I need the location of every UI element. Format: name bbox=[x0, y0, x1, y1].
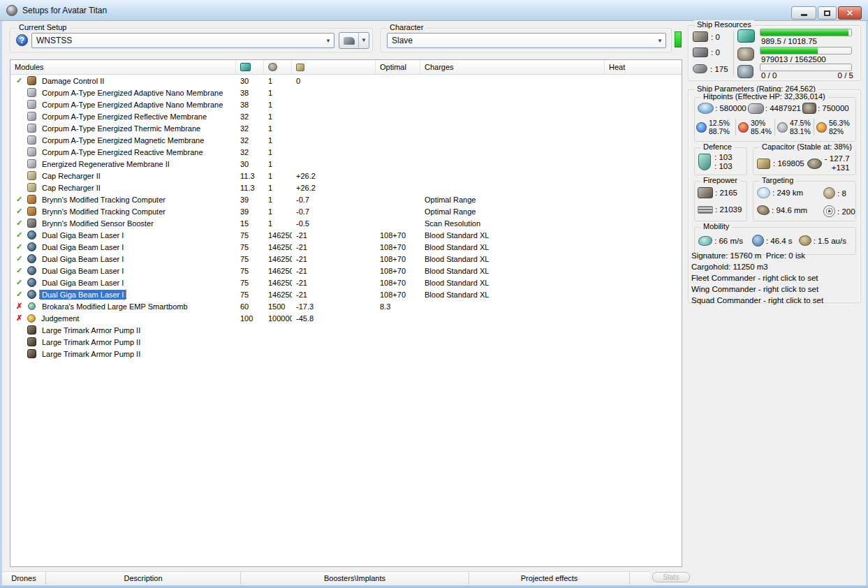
chevron-down-icon[interactable] bbox=[654, 38, 665, 44]
module-row[interactable]: Corpum A-Type Energized Adaptive Nano Me… bbox=[10, 87, 682, 98]
module-row[interactable]: Large Trimark Armor Pump II bbox=[10, 324, 682, 336]
module-row[interactable]: Corpum A-Type Energized Magnetic Membran… bbox=[10, 134, 682, 146]
help-icon[interactable] bbox=[16, 34, 28, 46]
chevron-down-icon[interactable] bbox=[359, 33, 369, 48]
setup-select[interactable]: WNSTSS bbox=[31, 33, 334, 48]
module-name[interactable]: Large Trimark Armor Pump II bbox=[40, 337, 142, 347]
module-name-cell[interactable]: ✗Judgement bbox=[10, 314, 236, 323]
module-name[interactable]: Judgement bbox=[39, 314, 81, 323]
module-name-cell[interactable]: Corpum A-Type Energized Magnetic Membran… bbox=[10, 135, 236, 145]
minimize-button[interactable] bbox=[791, 6, 816, 20]
module-row[interactable]: Cap Recharger II11.31+26.2 bbox=[10, 182, 682, 193]
fleet-commander-text[interactable]: Fleet Commander - right click to set bbox=[691, 272, 863, 284]
module-name[interactable]: Cap Recharger II bbox=[40, 171, 103, 181]
online-check-icon[interactable]: ✓ bbox=[16, 290, 27, 299]
module-row[interactable]: ✓Dual Giga Beam Laser I75146250-21108+70… bbox=[10, 277, 682, 288]
module-name[interactable]: Brynn's Modified Sensor Booster bbox=[40, 219, 156, 228]
module-name[interactable]: Dual Giga Beam Laser I bbox=[40, 254, 126, 264]
module-row[interactable]: ✓Damage Control II3010 bbox=[10, 75, 682, 87]
module-name-cell[interactable]: Large Trimark Armor Pump II bbox=[10, 349, 236, 359]
stats-button[interactable]: Stats bbox=[652, 572, 690, 582]
module-name[interactable]: Dual Giga Beam Laser I bbox=[40, 230, 126, 240]
module-name[interactable]: Dual Giga Beam Laser I bbox=[40, 242, 126, 252]
module-name-cell[interactable]: ✓Dual Giga Beam Laser I bbox=[10, 278, 236, 288]
module-row[interactable]: ✓Dual Giga Beam Laser I75146250-21108+70… bbox=[10, 229, 682, 241]
module-row[interactable]: ✓Dual Giga Beam Laser I75146250-21108+70… bbox=[10, 265, 682, 277]
column-header-cpu[interactable] bbox=[236, 60, 264, 74]
online-check-icon[interactable]: ✓ bbox=[16, 266, 27, 275]
squad-commander-text[interactable]: Squad Commander - right click to set bbox=[691, 295, 863, 306]
character-select[interactable]: Slave bbox=[387, 33, 666, 48]
module-row[interactable]: ✗Judgement100100000-45.8 bbox=[10, 312, 682, 324]
ship-icon[interactable] bbox=[339, 33, 359, 48]
column-header-modules[interactable]: Modules bbox=[10, 60, 236, 74]
module-name[interactable]: Brynn's Modified Tracking Computer bbox=[40, 207, 168, 216]
module-row[interactable]: Corpum A-Type Energized Thermic Membrane… bbox=[10, 122, 682, 134]
module-name-cell[interactable]: Corpum A-Type Energized Thermic Membrane bbox=[10, 124, 236, 133]
module-row[interactable]: Corpum A-Type Energized Reflective Membr… bbox=[10, 110, 682, 122]
module-name-cell[interactable]: Corpum A-Type Energized Reactive Membran… bbox=[10, 147, 236, 157]
online-check-icon[interactable]: ✓ bbox=[16, 195, 27, 204]
module-name-cell[interactable]: ✗Brokara's Modified Large EMP Smartbomb bbox=[10, 302, 236, 311]
module-name[interactable]: Corpum A-Type Energized Reflective Membr… bbox=[40, 112, 209, 122]
wing-commander-text[interactable]: Wing Commander - right click to set bbox=[691, 284, 863, 295]
module-name-cell[interactable]: Large Trimark Armor Pump II bbox=[10, 325, 236, 335]
module-name[interactable]: Cap Recharger II bbox=[40, 183, 103, 193]
offline-x-icon[interactable]: ✗ bbox=[16, 302, 27, 311]
module-name-cell[interactable]: Large Trimark Armor Pump II bbox=[10, 337, 236, 347]
online-check-icon[interactable]: ✓ bbox=[16, 230, 27, 240]
module-row[interactable]: Corpum A-Type Energized Reactive Membran… bbox=[10, 146, 682, 158]
tab-boosters-implants[interactable]: Boosters\Implants bbox=[241, 572, 469, 585]
module-name-cell[interactable]: Cap Recharger II bbox=[10, 171, 236, 181]
module-name-cell[interactable]: Corpum A-Type Energized Adaptive Nano Me… bbox=[10, 88, 236, 98]
titlebar[interactable]: Setups for Avatar Titan ✕ bbox=[0, 0, 868, 21]
column-header-heat[interactable]: Heat bbox=[605, 60, 682, 74]
online-check-icon[interactable]: ✓ bbox=[16, 254, 27, 263]
tab-projected-effects[interactable]: Projected effects bbox=[469, 572, 630, 585]
module-name-cell[interactable]: ✓Brynn's Modified Tracking Computer bbox=[10, 195, 236, 205]
module-name[interactable]: Large Trimark Armor Pump II bbox=[40, 349, 142, 359]
module-row[interactable]: Energized Regenerative Membrane II301 bbox=[10, 158, 682, 170]
module-name-cell[interactable]: ✓Dual Giga Beam Laser I bbox=[10, 254, 236, 264]
module-row[interactable]: ✓Brynn's Modified Tracking Computer391-0… bbox=[10, 193, 682, 205]
column-header-capacitor[interactable] bbox=[292, 60, 376, 74]
column-header-optimal[interactable]: Optimal bbox=[376, 60, 420, 74]
module-name[interactable]: Damage Control II bbox=[40, 76, 106, 86]
module-name-cell[interactable]: ✓Damage Control II bbox=[10, 76, 236, 86]
module-name[interactable]: Dual Giga Beam Laser I bbox=[40, 266, 126, 276]
module-row[interactable]: Corpum A-Type Energized Adaptive Nano Me… bbox=[10, 98, 682, 110]
module-name-cell[interactable]: Energized Regenerative Membrane II bbox=[10, 159, 236, 169]
module-row[interactable]: ✗Brokara's Modified Large EMP Smartbomb6… bbox=[10, 300, 682, 312]
module-name-cell[interactable]: ✓Brynn's Modified Tracking Computer bbox=[10, 207, 236, 216]
module-row[interactable]: ✓Brynn's Modified Tracking Computer391-0… bbox=[10, 205, 682, 217]
tab-description[interactable]: Description bbox=[46, 572, 241, 585]
module-row[interactable]: ✓Dual Giga Beam Laser I75146250-21108+70… bbox=[10, 253, 682, 265]
module-row[interactable]: Large Trimark Armor Pump II bbox=[10, 348, 682, 360]
close-button[interactable]: ✕ bbox=[838, 6, 862, 20]
module-name[interactable]: Brokara's Modified Large EMP Smartbomb bbox=[40, 302, 190, 311]
module-name[interactable]: Energized Regenerative Membrane II bbox=[40, 159, 172, 169]
restore-button[interactable] bbox=[818, 6, 837, 20]
module-name-cell[interactable]: ✓Brynn's Modified Sensor Booster bbox=[10, 219, 236, 228]
chevron-down-icon[interactable] bbox=[323, 38, 334, 44]
module-name-cell[interactable]: ✓Dual Giga Beam Laser I bbox=[10, 290, 236, 300]
module-row[interactable]: ✓Brynn's Modified Sensor Booster151-0.5S… bbox=[10, 217, 682, 229]
tab-drones[interactable]: Drones bbox=[2, 572, 46, 585]
module-name-cell[interactable]: ✓Dual Giga Beam Laser I bbox=[10, 230, 236, 240]
online-check-icon[interactable]: ✓ bbox=[16, 219, 27, 228]
ship-browser-button[interactable] bbox=[339, 32, 369, 49]
module-row[interactable]: Cap Recharger II11.31+26.2 bbox=[10, 170, 682, 182]
module-name[interactable]: Dual Giga Beam Laser I bbox=[40, 278, 126, 288]
online-check-icon[interactable]: ✓ bbox=[16, 242, 27, 251]
online-check-icon[interactable]: ✓ bbox=[16, 278, 27, 287]
module-name[interactable]: Corpum A-Type Energized Magnetic Membran… bbox=[40, 135, 206, 145]
online-check-icon[interactable]: ✓ bbox=[16, 76, 27, 85]
module-name[interactable]: Brynn's Modified Tracking Computer bbox=[40, 195, 168, 205]
module-name[interactable]: Dual Giga Beam Laser I bbox=[40, 290, 126, 300]
module-name[interactable]: Corpum A-Type Energized Adaptive Nano Me… bbox=[40, 88, 225, 98]
module-name-cell[interactable]: Corpum A-Type Energized Adaptive Nano Me… bbox=[10, 100, 236, 110]
module-name[interactable]: Corpum A-Type Energized Thermic Membrane bbox=[40, 124, 203, 133]
module-name[interactable]: Corpum A-Type Energized Adaptive Nano Me… bbox=[40, 100, 225, 110]
module-name-cell[interactable]: Corpum A-Type Energized Reflective Membr… bbox=[10, 112, 236, 122]
column-header-powergrid[interactable] bbox=[264, 60, 292, 74]
